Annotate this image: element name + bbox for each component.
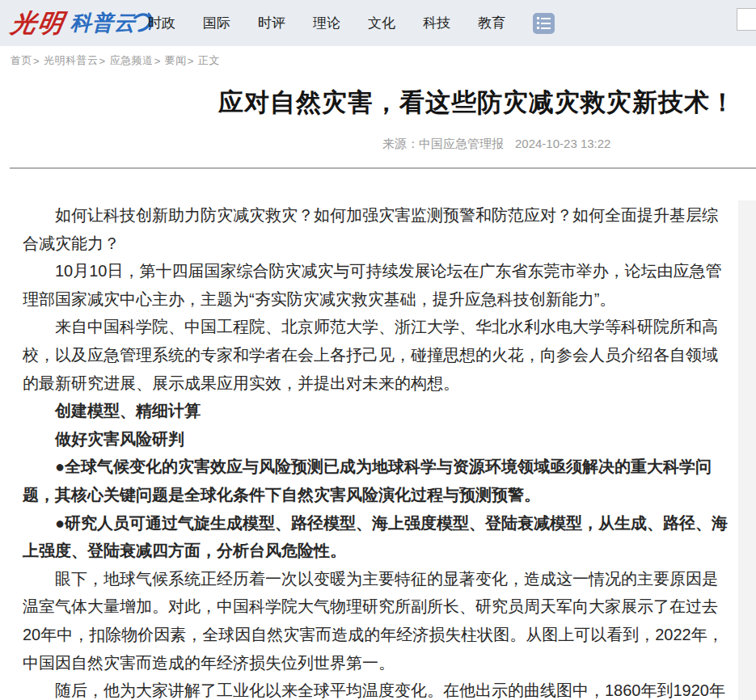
nav-item-2[interactable]: 国际 bbox=[203, 14, 230, 32]
breadcrumb-item-3[interactable]: 应急频道 bbox=[110, 53, 154, 68]
article-paragraph-4: 创建模型、精细计算 bbox=[23, 397, 733, 425]
main-nav: 时政国际时评理论文化科技教育 bbox=[148, 0, 555, 46]
list-menu-button[interactable] bbox=[533, 13, 555, 34]
article-paragraph-6: ●全球气候变化的灾害效应与风险预测已成为地球科学与资源环境领域亟须解决的重大科学… bbox=[23, 453, 733, 508]
site-logo[interactable]: 光明 科普云 bbox=[11, 5, 154, 40]
top-right-partial-box bbox=[737, 8, 756, 31]
article-paragraph-8: 眼下，地球气候系统正经历着一次以变暖为主要特征的显著变化，造成这一情况的主要原因… bbox=[23, 565, 733, 677]
nav-item-4[interactable]: 理论 bbox=[313, 14, 340, 32]
right-side-strip bbox=[738, 200, 756, 700]
page: 光明 科普云 时政国际时评理论文化科技教育 bbox=[0, 0, 756, 700]
list-menu-icon bbox=[537, 17, 551, 19]
nav-item-5[interactable]: 文化 bbox=[368, 14, 395, 32]
article-paragraph-5: 做好灾害风险研判 bbox=[23, 425, 733, 453]
breadcrumb-item-4[interactable]: 要闻 bbox=[165, 53, 187, 68]
article-paragraph-7: ●研究人员可通过气旋生成模型、路径模型、海上强度模型、登陆衰减模型，从生成、路径… bbox=[23, 509, 733, 565]
article-paragraph-2: 10月10日，第十四届国家综合防灾减灾与可持续发展论坛在广东省东莞市举办，论坛由… bbox=[23, 257, 733, 313]
article-paragraph-3: 来自中国科学院、中国工程院、北京师范大学、浙江大学、华北水利水电大学等科研院所和… bbox=[23, 313, 733, 397]
breadcrumb-item-2[interactable]: 光明科普云 bbox=[44, 53, 99, 68]
breadcrumb: 首页>光明科普云>应急频道>要闻>正文 bbox=[11, 53, 220, 68]
publish-time: 2024-10-23 13:22 bbox=[515, 137, 610, 152]
nav-item-7[interactable]: 教育 bbox=[478, 14, 505, 32]
source-label: 来源：中国应急管理报 bbox=[382, 137, 504, 152]
top-nav-bar: 光明 科普云 时政国际时评理论文化科技教育 bbox=[0, 0, 756, 46]
nav-item-1[interactable]: 时政 bbox=[148, 14, 175, 32]
article-body: 如何让科技创新助力防灾减灾救灾？如何加强灾害监测预警和防范应对？如何全面提升基层… bbox=[23, 201, 733, 700]
breadcrumb-item-5: 正文 bbox=[198, 53, 220, 68]
article-paragraph-9: 随后，他为大家讲解了工业化以来全球平均温度变化。在他出示的曲线图中，1860年到… bbox=[23, 677, 733, 700]
breadcrumb-separator: > bbox=[188, 55, 194, 67]
breadcrumb-separator: > bbox=[99, 55, 106, 67]
article-paragraph-1: 如何让科技创新助力防灾减灾救灾？如何加强灾害监测预警和防范应对？如何全面提升基层… bbox=[23, 201, 733, 257]
article-title: 应对自然灾害，看这些防灾减灾救灾新技术！ bbox=[0, 86, 756, 120]
nav-item-3[interactable]: 时评 bbox=[258, 14, 285, 32]
title-divider bbox=[10, 167, 756, 169]
breadcrumb-separator: > bbox=[154, 55, 161, 67]
article-source-line: 来源：中国应急管理报 2024-10-23 13:22 bbox=[382, 137, 610, 152]
nav-item-6[interactable]: 科技 bbox=[423, 14, 450, 32]
breadcrumb-separator: > bbox=[33, 55, 40, 67]
logo-text-kepuyun: 科普云 bbox=[70, 12, 136, 33]
breadcrumb-item-1[interactable]: 首页 bbox=[11, 53, 32, 68]
logo-text-guangming: 光明 bbox=[9, 11, 66, 36]
